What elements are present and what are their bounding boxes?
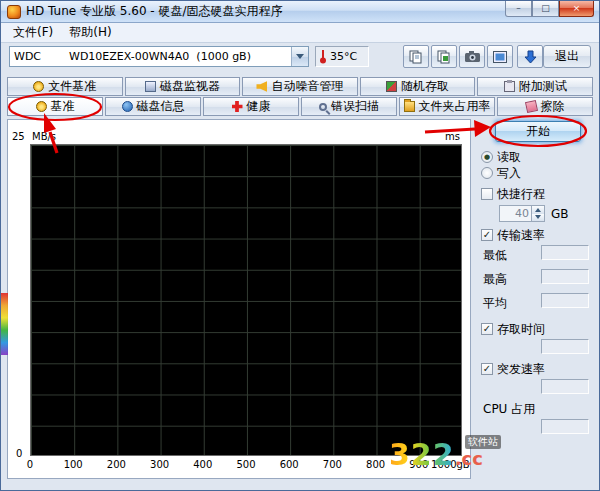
copy-image-button[interactable] xyxy=(431,45,457,68)
window-title: HD Tune 专业版 5.60 - 硬盘/固态硬盘实用程序 xyxy=(26,3,283,20)
temperature-value: 35°C xyxy=(330,50,357,63)
access-time-value-box xyxy=(541,339,589,354)
short-stroke-row: 40 GB xyxy=(481,205,591,221)
minimize-button[interactable]: – xyxy=(505,1,532,17)
temperature-display: 35°C xyxy=(315,46,369,67)
tab-aam[interactable]: 自动噪音管理 xyxy=(242,77,358,96)
tab-benchmark[interactable]: 基准 xyxy=(7,97,103,116)
tab-label: 擦除 xyxy=(541,98,565,115)
gallery-button[interactable] xyxy=(487,45,513,68)
tab-label: 磁盘信息 xyxy=(137,98,185,115)
y-axis-min-label: 0 xyxy=(16,448,22,459)
avg-label: 平均 xyxy=(481,295,507,312)
avg-value-box xyxy=(541,293,589,308)
max-label: 最高 xyxy=(481,271,507,288)
watermark-color-strip xyxy=(1,293,8,355)
tab-disk-info[interactable]: 磁盘信息 xyxy=(105,97,201,116)
min-label: 最低 xyxy=(481,247,507,264)
start-button[interactable]: 开始 xyxy=(495,121,581,142)
x-tick: 600 xyxy=(280,459,299,470)
magnifier-icon xyxy=(319,103,327,111)
write-label: 写入 xyxy=(497,165,521,182)
tab-label: 健康 xyxy=(247,98,271,115)
tab-label: 自动噪音管理 xyxy=(271,78,343,95)
checkbox-icon: ✓ xyxy=(481,323,493,335)
checkbox-icon: ✓ xyxy=(481,363,493,375)
x-tick: 800 xyxy=(366,459,385,470)
copy-text-button[interactable] xyxy=(403,45,429,68)
hd-tune-window: HD Tune 专业版 5.60 - 硬盘/固态硬盘实用程序 – □ × 文件(… xyxy=(0,0,600,491)
y-axis-unit-left: MB/s xyxy=(32,131,56,142)
screenshot-button[interactable] xyxy=(459,45,485,68)
menu-bar: 文件(F) 帮助(H) xyxy=(1,23,599,43)
tab-disk-monitor[interactable]: 磁盘监视器 xyxy=(125,77,241,96)
short-stroke-unit: GB xyxy=(551,207,569,221)
tab-label: 随机存取 xyxy=(401,78,449,95)
stepper-down-icon[interactable] xyxy=(532,214,544,222)
tab-label: 文件基准 xyxy=(48,78,96,95)
radio-dot: ● xyxy=(484,154,490,161)
tab-error-scan[interactable]: 错误扫描 xyxy=(301,97,397,116)
toolbar: WDC WD10EZEX-00WN4A0 (1000 gB) 35°C xyxy=(1,43,599,73)
close-button[interactable]: × xyxy=(559,1,594,17)
transfer-rate-label: 传输速率 xyxy=(497,227,545,244)
tab-extra-tests[interactable]: 附加测试 xyxy=(477,77,593,96)
y-axis-max-label: 25 xyxy=(12,131,25,142)
access-time-checkbox[interactable]: ✓ 存取时间 xyxy=(481,321,591,337)
tab-file-benchmark[interactable]: 文件基准 xyxy=(7,77,123,96)
short-stroke-stepper[interactable]: 40 xyxy=(499,205,545,222)
plot-area xyxy=(30,144,462,456)
drive-select[interactable]: WDC WD10EZEX-00WN4A0 (1000 gB) xyxy=(9,46,309,67)
transfer-rate-checkbox[interactable]: ✓ 传输速率 xyxy=(481,227,591,243)
tab-folder-usage[interactable]: 文件夹占用率 xyxy=(399,97,495,116)
random-access-icon xyxy=(386,81,397,92)
stepper-buttons[interactable] xyxy=(531,206,544,221)
window-controls: – □ × xyxy=(505,1,594,17)
x-tick: 400 xyxy=(193,459,212,470)
maximize-button[interactable]: □ xyxy=(532,1,559,17)
watermark-badge: 软件站 xyxy=(465,435,501,449)
burst-rate-checkbox[interactable]: ✓ 突发速率 xyxy=(481,361,591,377)
camera-icon xyxy=(465,51,480,63)
radio-icon xyxy=(481,167,493,179)
write-radio[interactable]: 写入 xyxy=(481,165,591,181)
check-mark: ✓ xyxy=(483,324,491,334)
menu-file[interactable]: 文件(F) xyxy=(5,22,61,43)
app-icon xyxy=(7,5,21,19)
tab-label: 错误扫描 xyxy=(331,98,379,115)
tab-label: 附加测试 xyxy=(519,78,567,95)
min-value-box xyxy=(541,245,589,260)
update-down-arrow-icon xyxy=(524,50,537,64)
checkbox-icon: ✓ xyxy=(481,229,493,241)
disk-monitor-icon xyxy=(145,81,156,92)
short-stroke-label: 快捷行程 xyxy=(497,186,545,203)
benchmark-chart: 25 MB/s ms 0 0 100 200 300 400 500 600 7… xyxy=(7,119,471,479)
eraser-icon xyxy=(524,100,537,113)
exit-button[interactable]: 退出 xyxy=(543,45,591,68)
check-mark: ✓ xyxy=(483,230,491,240)
health-cross-icon xyxy=(232,101,243,112)
x-tick: 200 xyxy=(107,459,126,470)
check-mark: ✓ xyxy=(483,364,491,374)
tab-health[interactable]: 健康 xyxy=(203,97,299,116)
x-tick: 500 xyxy=(236,459,255,470)
stepper-up-icon[interactable] xyxy=(532,206,544,214)
tab-row-top: 文件基准 磁盘监视器 自动噪音管理 随机存取 附加测试 xyxy=(1,77,599,96)
y-axis-unit-right: ms xyxy=(445,131,460,142)
tab-label: 基准 xyxy=(51,98,75,115)
tab-random-access[interactable]: 随机存取 xyxy=(360,77,476,96)
copy-icon xyxy=(409,50,423,64)
menu-help[interactable]: 帮助(H) xyxy=(61,22,119,43)
tab-erase[interactable]: 擦除 xyxy=(497,97,593,116)
titlebar[interactable]: HD Tune 专业版 5.60 - 硬盘/固态硬盘实用程序 – □ × xyxy=(1,1,599,23)
read-radio[interactable]: ● 读取 xyxy=(481,149,591,165)
dropdown-arrow-icon[interactable] xyxy=(291,47,308,66)
update-button[interactable] xyxy=(517,45,543,68)
cpu-usage-label: CPU 占用 xyxy=(481,401,535,418)
tab-label: 文件夹占用率 xyxy=(419,98,491,115)
tab-row-bottom: 基准 磁盘信息 健康 错误扫描 文件夹占用率 擦除 xyxy=(1,97,599,116)
short-stroke-checkbox[interactable]: 快捷行程 xyxy=(481,186,591,202)
burst-rate-value-box xyxy=(541,379,589,394)
x-tick: 100 xyxy=(64,459,83,470)
drive-select-value: WDC WD10EZEX-00WN4A0 (1000 gB) xyxy=(10,50,291,63)
